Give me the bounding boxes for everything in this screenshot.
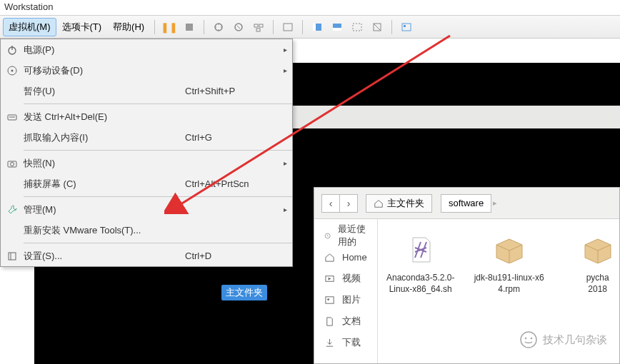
wrench-icon	[1, 204, 24, 216]
svg-point-33	[525, 338, 527, 340]
sidebar-item-recent[interactable]: 最近使用的	[314, 225, 377, 246]
sidebar-home-label: Home	[342, 252, 367, 263]
sidebar-documents-label: 文档	[342, 315, 361, 328]
menu-pause-label: 暂停(U)	[24, 85, 185, 98]
sidebar-downloads-label: 下载	[342, 336, 361, 349]
svg-point-20	[327, 298, 329, 300]
menu-settings-label: 设置(S)...	[24, 250, 185, 263]
watermark: 技术几句杂谈	[520, 331, 607, 348]
sidebar-item-pictures[interactable]: 图片	[314, 289, 377, 310]
view-console-icon[interactable]	[329, 19, 346, 36]
sidebar-item-home[interactable]: Home	[314, 246, 377, 268]
stop-icon[interactable]	[181, 19, 198, 36]
svg-rect-5	[256, 29, 260, 31]
svg-rect-8	[313, 24, 316, 31]
menu-reinstall-tools[interactable]: 重新安装 VMware Tools(T)...	[1, 220, 292, 241]
sidebar-item-downloads[interactable]: 下载	[314, 332, 377, 353]
svg-rect-10	[333, 28, 341, 31]
menu-grab-label: 抓取输入内容(I)	[24, 131, 185, 144]
svg-rect-11	[353, 24, 361, 31]
breadcrumb-home[interactable]: 主文件夹	[366, 194, 432, 213]
camera-icon	[1, 158, 24, 169]
menu-snapshot[interactable]: 快照(N) ▸	[1, 153, 292, 173]
sidebar-item-video[interactable]: 视频	[314, 268, 377, 289]
submenu-arrow-icon: ▸	[278, 159, 292, 167]
menu-power-label: 电源(P)	[24, 44, 185, 56]
submenu-arrow-icon: ▸	[278, 46, 292, 54]
svg-point-28	[11, 162, 14, 166]
view-thumbnail-icon[interactable]	[398, 19, 415, 36]
svg-point-24	[11, 69, 14, 71]
svg-rect-19	[326, 296, 334, 303]
nav-forward-button[interactable]: ›	[339, 194, 358, 213]
svg-rect-15	[404, 25, 406, 27]
menu-settings-shortcut: Ctrl+D	[185, 251, 278, 261]
menu-snapshot-label: 快照(N)	[24, 157, 185, 170]
sidebar-video-label: 视频	[342, 272, 361, 285]
menu-power[interactable]: 电源(P) ▸	[1, 39, 292, 60]
menu-reinstall-label: 重新安装 VMware Tools(T)...	[24, 224, 185, 237]
file-pycharm-label: pycha 2018	[562, 272, 620, 295]
menu-vm[interactable]: 虚拟机(M)	[3, 18, 56, 36]
settings-icon	[1, 251, 24, 262]
fm-toolbar: ‹ › 主文件夹 software ▸	[314, 188, 619, 219]
breadcrumb-software-label: software	[449, 198, 484, 208]
snapshot-manager-icon[interactable]	[250, 19, 267, 36]
menu-capture-screen[interactable]: 捕获屏幕 (C) Ctrl+Alt+PrtScn	[1, 173, 292, 194]
menu-grab-input[interactable]: 抓取输入内容(I) Ctrl+G	[1, 127, 292, 148]
menu-manage-label: 管理(M)	[24, 203, 185, 216]
chevron-right-icon: ▸	[493, 198, 497, 208]
submenu-arrow-icon: ▸	[278, 206, 292, 213]
breadcrumb-software[interactable]: software	[441, 194, 491, 213]
file-anaconda-label: Anaconda3-5.2.0-Linux-x86_64.sh	[385, 272, 456, 295]
separator	[391, 20, 392, 34]
view-stretch-icon[interactable]	[349, 19, 366, 36]
menu-grab-shortcut: Ctrl+G	[185, 132, 278, 143]
menu-capture-shortcut: Ctrl+Alt+PrtScn	[185, 178, 278, 189]
menu-help[interactable]: 帮助(H)	[107, 18, 150, 36]
menu-separator	[24, 150, 292, 151]
view-sidebar-icon[interactable]	[309, 19, 326, 36]
svg-rect-14	[402, 24, 411, 31]
snapshot-revert-icon[interactable]	[230, 19, 247, 36]
svg-rect-29	[9, 253, 16, 260]
svg-point-32	[521, 332, 536, 348]
power-icon	[1, 44, 24, 56]
sidebar-pictures-label: 图片	[342, 293, 361, 306]
watermark-text: 技术几句杂谈	[543, 333, 607, 347]
svg-rect-0	[186, 24, 193, 31]
menu-removable-label: 可移动设备(D)	[24, 64, 185, 77]
menu-removable[interactable]: 可移动设备(D) ▸	[1, 60, 292, 81]
svg-line-13	[374, 24, 381, 31]
desktop-home-folder[interactable]: 主文件夹	[221, 285, 267, 300]
menu-tabs[interactable]: 选项卡(T)	[56, 18, 108, 36]
menu-send-cad[interactable]: 发送 Ctrl+Alt+Del(E)	[1, 106, 292, 127]
fullscreen-icon[interactable]	[279, 19, 296, 36]
menu-pause[interactable]: 暂停(U) Ctrl+Shift+P	[1, 81, 292, 101]
pause-icon[interactable]: ❚❚	[161, 19, 178, 36]
sidebar-recent-label: 最近使用的	[338, 223, 366, 248]
menu-send-cad-label: 发送 Ctrl+Alt+Del(E)	[24, 111, 185, 123]
disc-icon	[1, 65, 24, 76]
menu-capture-label: 捕获屏幕 (C)	[24, 178, 185, 191]
menu-pause-shortcut: Ctrl+Shift+P	[185, 86, 278, 96]
separator	[273, 20, 274, 34]
sidebar-item-documents[interactable]: 文档	[314, 310, 377, 332]
window-title: Workstation	[0, 0, 620, 16]
submenu-arrow-icon: ▸	[278, 66, 292, 74]
fm-sidebar: 最近使用的 Home 视频 图片 文档 下载	[314, 219, 378, 363]
file-jdk-label: jdk-8u191-linux-x64.rpm	[474, 272, 545, 295]
separator	[302, 20, 303, 34]
file-anaconda[interactable]: Anaconda3-5.2.0-Linux-x86_64.sh	[385, 232, 456, 350]
menu-separator	[24, 103, 292, 104]
keyboard-icon	[1, 111, 24, 123]
menu-manage[interactable]: 管理(M) ▸	[1, 199, 292, 220]
separator	[154, 20, 155, 34]
snapshot-icon[interactable]	[210, 19, 227, 36]
menu-separator	[24, 243, 292, 243]
menu-settings[interactable]: 设置(S)... Ctrl+D	[1, 246, 292, 266]
menu-separator	[24, 196, 292, 197]
view-unity-icon[interactable]	[369, 19, 386, 36]
nav-back-button[interactable]: ‹	[321, 194, 340, 213]
svg-rect-6	[284, 24, 292, 31]
